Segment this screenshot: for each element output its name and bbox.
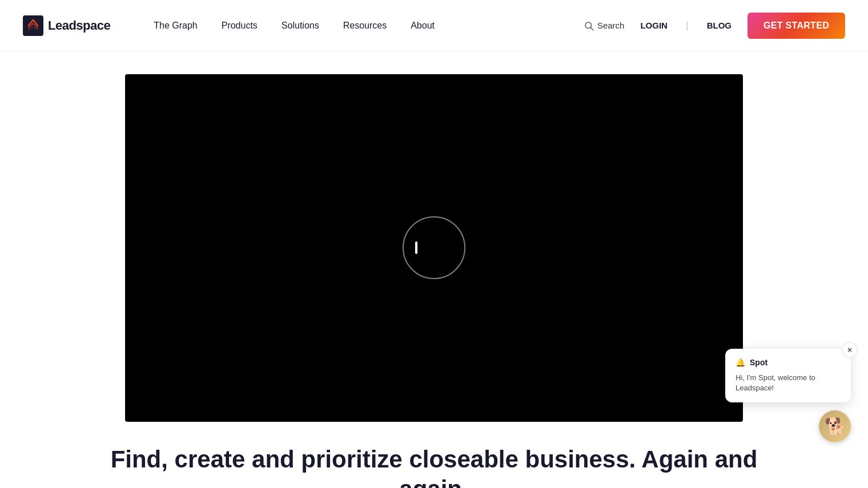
get-started-button[interactable]: GET STARTED bbox=[748, 13, 845, 39]
nav-divider: | bbox=[686, 19, 689, 31]
main-nav: The Graph Products Solutions Resources A… bbox=[144, 16, 444, 35]
logo[interactable]: Leadspace bbox=[23, 15, 110, 36]
nav-item-products[interactable]: Products bbox=[212, 16, 267, 35]
blog-button[interactable]: BLOG bbox=[700, 16, 738, 35]
search-label: Search bbox=[597, 21, 625, 30]
chat-popup: × 🔔 Spot Hi, I'm Spot, welcome to Leadsp… bbox=[725, 349, 851, 442]
video-loading-spinner bbox=[403, 216, 465, 279]
page-headline: Find, create and prioritize closeable bu… bbox=[74, 445, 794, 488]
chat-widget: × 🔔 Spot Hi, I'm Spot, welcome to Leadsp… bbox=[725, 349, 851, 442]
search-area[interactable]: Search bbox=[584, 21, 625, 31]
chat-avatar-icon: 🐕 bbox=[825, 417, 846, 437]
search-icon bbox=[584, 21, 594, 31]
chat-header: 🔔 Spot bbox=[736, 358, 841, 367]
svg-line-2 bbox=[590, 27, 593, 30]
svg-rect-0 bbox=[23, 15, 43, 36]
chat-avatar[interactable]: 🐕 bbox=[819, 410, 851, 442]
header-right: Search LOGIN | BLOG GET STARTED bbox=[584, 13, 845, 39]
login-button[interactable]: LOGIN bbox=[633, 16, 674, 35]
chat-bell-icon: 🔔 bbox=[736, 358, 745, 367]
chat-bubble: 🔔 Spot Hi, I'm Spot, welcome to Leadspac… bbox=[725, 349, 851, 402]
nav-item-solutions[interactable]: Solutions bbox=[272, 16, 328, 35]
nav-item-about[interactable]: About bbox=[401, 16, 444, 35]
header: Leadspace The Graph Products Solutions R… bbox=[0, 0, 868, 51]
chat-bot-name: Spot bbox=[750, 358, 767, 367]
logo-text: Leadspace bbox=[48, 18, 110, 33]
header-left: Leadspace The Graph Products Solutions R… bbox=[23, 15, 444, 36]
nav-item-the-graph[interactable]: The Graph bbox=[144, 16, 206, 35]
logo-icon bbox=[23, 15, 43, 36]
chat-message: Hi, I'm Spot, welcome to Leadspace! bbox=[736, 373, 841, 393]
nav-item-resources[interactable]: Resources bbox=[334, 16, 396, 35]
video-player[interactable] bbox=[125, 74, 743, 422]
chat-close-button[interactable]: × bbox=[842, 342, 858, 358]
